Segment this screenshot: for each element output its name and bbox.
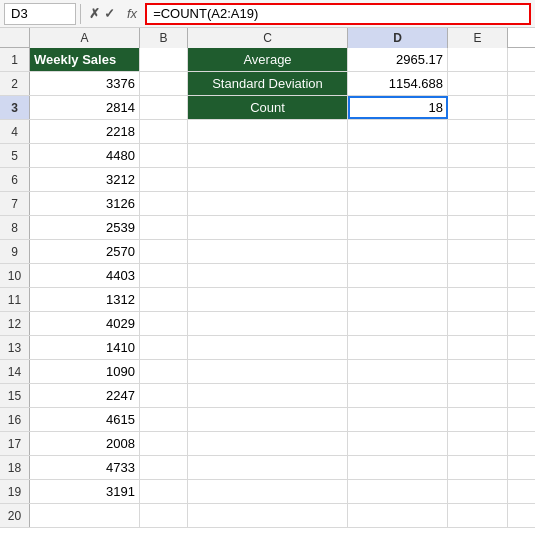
cell-d7[interactable] (348, 192, 448, 215)
cell-d1[interactable]: 2965.17 (348, 48, 448, 71)
cell-e20[interactable] (448, 504, 508, 527)
cell-d2[interactable]: 1154.688 (348, 72, 448, 95)
cell-b9[interactable] (140, 240, 188, 263)
cell-a19[interactable]: 3191 (30, 480, 140, 503)
col-header-b[interactable]: B (140, 28, 188, 48)
cell-b12[interactable] (140, 312, 188, 335)
cell-e4[interactable] (448, 120, 508, 143)
cell-d9[interactable] (348, 240, 448, 263)
cell-e9[interactable] (448, 240, 508, 263)
cell-c6[interactable] (188, 168, 348, 191)
cell-d20[interactable] (348, 504, 448, 527)
cell-e8[interactable] (448, 216, 508, 239)
confirm-formula-icon[interactable]: ✓ (104, 6, 115, 21)
cell-c4[interactable] (188, 120, 348, 143)
col-header-c[interactable]: C (188, 28, 348, 48)
cell-a18[interactable]: 4733 (30, 456, 140, 479)
cell-c20[interactable] (188, 504, 348, 527)
cell-a4[interactable]: 2218 (30, 120, 140, 143)
cell-a1[interactable]: Weekly Sales (30, 48, 140, 71)
cell-c13[interactable] (188, 336, 348, 359)
cell-e13[interactable] (448, 336, 508, 359)
cell-b16[interactable] (140, 408, 188, 431)
cell-e7[interactable] (448, 192, 508, 215)
cell-a10[interactable]: 4403 (30, 264, 140, 287)
cell-d5[interactable] (348, 144, 448, 167)
cell-b18[interactable] (140, 456, 188, 479)
cell-b1[interactable] (140, 48, 188, 71)
cell-reference-box[interactable]: D3 (4, 3, 76, 25)
cell-d12[interactable] (348, 312, 448, 335)
cell-b4[interactable] (140, 120, 188, 143)
cell-d18[interactable] (348, 456, 448, 479)
cell-a6[interactable]: 3212 (30, 168, 140, 191)
cell-c14[interactable] (188, 360, 348, 383)
cell-b7[interactable] (140, 192, 188, 215)
cell-b11[interactable] (140, 288, 188, 311)
cell-a14[interactable]: 1090 (30, 360, 140, 383)
cell-b14[interactable] (140, 360, 188, 383)
cell-a5[interactable]: 4480 (30, 144, 140, 167)
cell-d16[interactable] (348, 408, 448, 431)
cell-c12[interactable] (188, 312, 348, 335)
cell-d10[interactable] (348, 264, 448, 287)
cell-e12[interactable] (448, 312, 508, 335)
cell-b2[interactable] (140, 72, 188, 95)
cell-c15[interactable] (188, 384, 348, 407)
cell-e19[interactable] (448, 480, 508, 503)
cell-d17[interactable] (348, 432, 448, 455)
cell-d11[interactable] (348, 288, 448, 311)
cell-c17[interactable] (188, 432, 348, 455)
cell-b19[interactable] (140, 480, 188, 503)
cell-e3[interactable] (448, 96, 508, 119)
cell-c2[interactable]: Standard Deviation (188, 72, 348, 95)
cell-b17[interactable] (140, 432, 188, 455)
cell-b8[interactable] (140, 216, 188, 239)
cell-c3[interactable]: Count (188, 96, 348, 119)
cell-e1[interactable] (448, 48, 508, 71)
cell-d3[interactable]: 18 (348, 96, 448, 119)
cell-a15[interactable]: 2247 (30, 384, 140, 407)
cell-a16[interactable]: 4615 (30, 408, 140, 431)
cell-c7[interactable] (188, 192, 348, 215)
cell-d14[interactable] (348, 360, 448, 383)
col-header-d[interactable]: D (348, 28, 448, 48)
cell-c16[interactable] (188, 408, 348, 431)
cell-a13[interactable]: 1410 (30, 336, 140, 359)
cell-c9[interactable] (188, 240, 348, 263)
cell-c1[interactable]: Average (188, 48, 348, 71)
cell-c11[interactable] (188, 288, 348, 311)
cell-d6[interactable] (348, 168, 448, 191)
col-header-a[interactable]: A (30, 28, 140, 48)
cell-b10[interactable] (140, 264, 188, 287)
cell-c8[interactable] (188, 216, 348, 239)
cell-a9[interactable]: 2570 (30, 240, 140, 263)
cell-e11[interactable] (448, 288, 508, 311)
cell-d4[interactable] (348, 120, 448, 143)
cell-c19[interactable] (188, 480, 348, 503)
formula-input[interactable]: =COUNT(A2:A19) (145, 3, 531, 25)
cell-b13[interactable] (140, 336, 188, 359)
cell-d13[interactable] (348, 336, 448, 359)
cell-e17[interactable] (448, 432, 508, 455)
cell-e18[interactable] (448, 456, 508, 479)
cell-c18[interactable] (188, 456, 348, 479)
cancel-formula-icon[interactable]: ✗ (89, 6, 100, 21)
cell-a17[interactable]: 2008 (30, 432, 140, 455)
cell-a7[interactable]: 3126 (30, 192, 140, 215)
cell-b15[interactable] (140, 384, 188, 407)
col-header-e[interactable]: E (448, 28, 508, 48)
cell-e2[interactable] (448, 72, 508, 95)
cell-c5[interactable] (188, 144, 348, 167)
cell-d15[interactable] (348, 384, 448, 407)
cell-d19[interactable] (348, 480, 448, 503)
cell-b5[interactable] (140, 144, 188, 167)
cell-e15[interactable] (448, 384, 508, 407)
cell-e14[interactable] (448, 360, 508, 383)
cell-a8[interactable]: 2539 (30, 216, 140, 239)
cell-e10[interactable] (448, 264, 508, 287)
cell-b6[interactable] (140, 168, 188, 191)
cell-a3[interactable]: 2814 (30, 96, 140, 119)
cell-a11[interactable]: 1312 (30, 288, 140, 311)
cell-c10[interactable] (188, 264, 348, 287)
